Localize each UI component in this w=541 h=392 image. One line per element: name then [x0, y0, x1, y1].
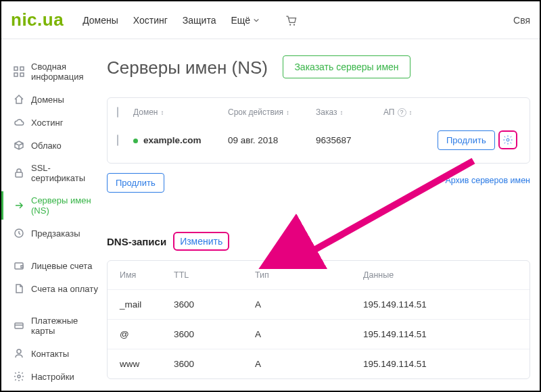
dns-name: _mail — [120, 299, 174, 310]
sidebar-item[interactable]: Лицевые счета — [14, 254, 101, 277]
logo-dot: . — [37, 9, 43, 30]
col-expiry[interactable]: Срок действия↕ — [228, 107, 316, 117]
expiry-cell: 09 авг. 2018 — [228, 135, 316, 145]
dns-row: _mail3600A195.149.114.51 — [108, 290, 530, 320]
content: Серверы имен (NS) Заказать серверы имен … — [101, 39, 540, 391]
sidebar-item-label: SSL-сертификаты — [31, 163, 101, 183]
svg-point-0 — [289, 24, 291, 25]
user-icon — [14, 348, 24, 359]
svg-rect-3 — [20, 67, 24, 70]
sidebar-item[interactable]: Счета на оплату — [14, 277, 101, 300]
dns-row: @3600A195.149.114.51 — [108, 320, 530, 349]
dns-type: A — [255, 299, 363, 310]
gear-icon — [14, 371, 24, 382]
dns-type: A — [255, 329, 363, 339]
dns-title: DNS-записи — [107, 236, 166, 247]
dns-name: @ — [120, 329, 174, 339]
page-title: Серверы имен (NS) — [107, 57, 268, 78]
dns-data: 195.149.114.51 — [363, 329, 517, 339]
renew-button[interactable]: Продлить — [438, 130, 495, 150]
dns-data: 195.149.114.51 — [363, 359, 517, 369]
dns-ttl: 3600 — [174, 329, 255, 339]
svg-rect-6 — [16, 172, 22, 177]
sidebar-item-label: Домены — [31, 95, 64, 105]
sidebar-item-label: Настройки — [31, 372, 74, 382]
sidebar-item[interactable]: Контакты — [14, 342, 101, 365]
sidebar-item-label: Предзаказы — [31, 228, 80, 239]
renew-below-button[interactable]: Продлить — [107, 173, 164, 193]
sidebar-item-label: Платежные карты — [31, 316, 101, 336]
cloud-icon — [14, 117, 24, 128]
svg-point-1 — [293, 24, 295, 25]
svg-point-14 — [507, 139, 509, 141]
sidebar-item-label: Счета на оплату — [31, 284, 98, 294]
card-icon — [14, 320, 24, 331]
logo[interactable]: nic.ua — [11, 9, 64, 30]
status-dot — [133, 139, 138, 143]
sidebar-item[interactable]: Хостинг — [14, 111, 101, 134]
grid-icon — [14, 66, 24, 77]
clock-icon — [14, 228, 24, 239]
sidebar-item-label: Сводная информация — [31, 62, 101, 82]
dns-row: www3600A195.149.114.51 — [108, 349, 530, 378]
cart-icon[interactable] — [284, 14, 298, 27]
svg-rect-2 — [14, 67, 18, 70]
sidebar-item[interactable]: Облако — [14, 134, 101, 157]
dns-ttl: 3600 — [174, 299, 255, 310]
nav-domains[interactable]: Домены — [83, 15, 118, 26]
file-icon — [14, 283, 24, 294]
dns-type: A — [255, 359, 363, 369]
sidebar: Сводная информацияДоменыХостингОблакоSSL… — [1, 39, 101, 391]
row-settings-button[interactable] — [498, 130, 517, 149]
sidebar-item-label: Контакты — [31, 349, 69, 359]
sidebar-item[interactable]: Сводная информация — [14, 55, 101, 88]
dns-section: DNS-записи Изменить Имя TTL Тип Данные _… — [107, 232, 530, 379]
dns-name: www — [120, 359, 174, 369]
top-menu: Домены Хостинг Защита Ещё — [83, 14, 298, 27]
svg-rect-4 — [14, 73, 18, 76]
svg-rect-5 — [20, 73, 24, 76]
logo-ua: ua — [43, 9, 64, 30]
sidebar-item[interactable]: Серверы имен (NS) — [14, 189, 101, 222]
dns-table: Имя TTL Тип Данные _mail3600A195.149.114… — [107, 260, 530, 379]
order-ns-button[interactable]: Заказать серверы имен — [283, 55, 410, 78]
gear-icon — [502, 134, 513, 145]
sidebar-item[interactable]: Предзаказы — [14, 222, 101, 245]
sidebar-item[interactable]: Настройки — [14, 365, 101, 388]
nav-more-label: Ещё — [231, 15, 250, 26]
dns-table-head: Имя TTL Тип Данные — [108, 261, 530, 290]
sidebar-item-label: Серверы имен (NS) — [31, 195, 101, 216]
arrow-right-icon — [14, 200, 24, 211]
checkbox-row[interactable] — [117, 134, 118, 146]
sidebar-item-label: Облако — [31, 141, 62, 151]
nav-security[interactable]: Защита — [183, 15, 216, 26]
dns-ttl: 3600 — [174, 359, 255, 369]
sidebar-item-label: Лицевые счета — [31, 261, 92, 271]
archive-link[interactable]: Архив серверов имен — [445, 176, 530, 185]
sidebar-item[interactable]: SSL-сертификаты — [14, 157, 101, 189]
domain-cell[interactable]: example.com — [133, 135, 228, 145]
svg-point-11 — [18, 375, 20, 378]
top-nav: nic.ua Домены Хостинг Защита Ещё Свя — [1, 1, 540, 39]
col-order[interactable]: Заказ↕ — [316, 107, 383, 117]
svg-rect-9 — [15, 323, 23, 328]
checkbox-all[interactable] — [117, 107, 118, 118]
cube-icon — [14, 140, 24, 151]
wallet-icon — [14, 260, 24, 271]
nav-more[interactable]: Ещё — [231, 15, 260, 26]
sidebar-item[interactable]: Домены — [14, 88, 101, 111]
order-cell: 9635687 — [316, 135, 383, 145]
svg-point-10 — [17, 349, 21, 353]
dns-edit-button[interactable]: Изменить — [173, 232, 229, 251]
ns-table: Домен↕ Срок действия↕ Заказ↕ АП?↕ exampl… — [107, 97, 530, 164]
nav-contact[interactable]: Свя — [513, 15, 530, 26]
lock-icon — [14, 168, 24, 178]
dns-data: 195.149.114.51 — [363, 299, 517, 310]
sidebar-item[interactable]: Платежные карты — [14, 310, 101, 342]
ns-table-head: Домен↕ Срок действия↕ Заказ↕ АП?↕ — [117, 98, 520, 124]
nav-hosting[interactable]: Хостинг — [133, 15, 168, 26]
col-ap: АП?↕ — [383, 107, 438, 117]
logo-main: nic — [11, 9, 37, 30]
col-domain[interactable]: Домен↕ — [133, 107, 228, 117]
home-icon — [14, 94, 24, 105]
